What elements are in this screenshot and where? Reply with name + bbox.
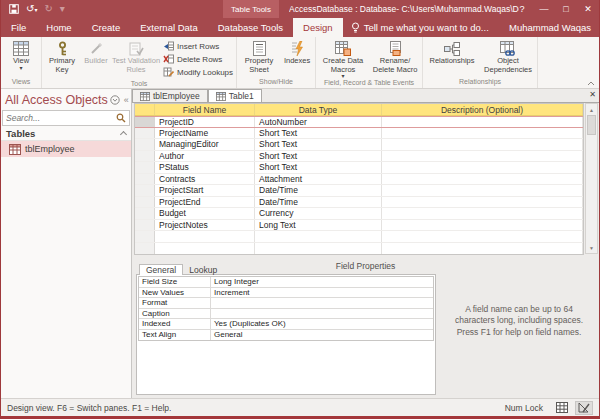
status-text: Design view. F6 = Switch panes. F1 = Hel… [7,403,171,413]
row-selector[interactable] [135,174,155,185]
table-row[interactable]: ProjectNotes Long Text [135,220,583,232]
tab-create[interactable]: Create [82,18,131,37]
property-row[interactable]: Field Size Long Integer [139,277,433,288]
column-header-description[interactable]: Description (Optional) [382,104,583,115]
property-row[interactable]: New Values Increment [139,288,433,299]
row-selector[interactable] [135,231,155,242]
table-row-empty[interactable] [135,243,583,255]
property-row[interactable]: Format [139,298,433,309]
property-row[interactable]: Text Align General [139,330,433,341]
group-label-relationships: Relationships [424,78,536,88]
minimize-button[interactable]: — [533,0,555,18]
insert-rows-button[interactable]: Insert Rows [163,40,233,52]
row-selector[interactable] [135,220,155,231]
relationships-button[interactable]: Relationships [424,38,480,78]
nav-item-tblemployee[interactable]: tblEmployee [1,141,131,157]
doc-tab-tblemployee[interactable]: tblEmployee [132,89,208,102]
ribbon-group-tools: Primary Key Builder Test Validation Rule… [42,37,237,88]
rename-delete-macro-button[interactable]: Rename/ Delete Macro [369,38,421,78]
help-button[interactable]: ? [511,0,533,18]
window-title: AccessDatabase : Database- C:\Users\Muha… [289,0,519,18]
row-selector[interactable] [135,139,155,150]
table-row[interactable]: Contracts Attachment [135,174,583,186]
delete-rows-button[interactable]: Delete Rows [163,53,233,65]
row-selector[interactable] [135,128,155,139]
search-icon[interactable] [116,113,126,123]
datasheet-view-icon[interactable] [553,401,571,415]
vertical-scrollbar[interactable]: ▲ ▼ [585,103,598,254]
table-row-empty[interactable] [135,231,583,243]
tab-database-tools[interactable]: Database Tools [208,18,293,37]
primary-key-button[interactable]: Primary Key [43,38,81,78]
shutter-bar-close-icon[interactable]: « [122,95,131,105]
table-design-grid: Field Name Data Type Description (Option… [134,103,584,255]
table-row[interactable]: ProjectID AutoNumber [135,116,583,128]
table-row[interactable]: ProjectEnd Date/Time [135,197,583,209]
tab-external-data[interactable]: External Data [130,18,208,37]
create-data-macros-button[interactable]: Create Data Macros ▾ [317,38,369,79]
table-row[interactable]: ProjectName Short Text [135,128,583,140]
property-sheet-button[interactable]: Property Sheet [238,38,280,78]
row-selector[interactable] [135,162,155,173]
nav-item-label: tblEmployee [25,144,75,154]
close-document-icon[interactable]: ✕ [589,90,596,99]
table-icon [140,92,150,101]
maximize-button[interactable]: □ [555,0,577,18]
property-sheet-icon [253,40,266,57]
table-row[interactable]: Author Short Text [135,151,583,163]
validation-icon [129,40,144,57]
tab-design[interactable]: Design [293,18,343,37]
ribbon-group-events: Create Data Macros ▾ Rename/ Delete Macr… [316,37,423,88]
row-selector[interactable] [135,117,155,127]
table-row[interactable]: PStatus Short Text [135,162,583,174]
builder-button: Builder [81,38,111,78]
contextual-tab-group: Table Tools [223,0,279,18]
insert-rows-icon [163,41,174,51]
row-selector[interactable] [135,197,155,208]
column-header-field-name[interactable]: Field Name [155,104,255,115]
tab-lookup[interactable]: Lookup [183,264,223,275]
account-name[interactable]: Muhammad Waqas [509,18,599,37]
lightning-icon [290,40,304,57]
macro-icon [388,40,403,57]
table-icon [9,144,21,155]
row-selector[interactable] [135,243,155,255]
design-view-icon[interactable] [575,401,593,415]
nav-group-tables[interactable]: Tables [1,126,131,141]
row-selector[interactable] [135,208,155,219]
qat-customize-icon[interactable]: ▾ [60,4,65,14]
scroll-down-icon[interactable]: ▼ [586,242,597,253]
indexes-button[interactable]: Indexes [280,38,314,78]
tab-general[interactable]: General [139,264,183,275]
scroll-up-icon[interactable]: ▲ [586,104,597,115]
table-row[interactable]: ProjectStart Date/Time [135,185,583,197]
search-input[interactable] [6,113,116,123]
row-selector[interactable] [135,151,155,162]
undo-button[interactable]: ↺▾ [26,4,37,14]
table-row[interactable]: Budget Currency [135,208,583,220]
status-bar: Design view. F6 = Switch panes. F1 = Hel… [1,398,599,416]
chevron-down-icon: ▾ [19,66,22,71]
doc-tab-table1[interactable]: Table1 [208,89,262,102]
scrollbar-thumb[interactable] [587,115,596,135]
group-label-tools: Tools [43,80,235,88]
property-row[interactable]: Caption [139,309,433,320]
tab-file[interactable]: File [1,18,36,37]
modify-lookups-button[interactable]: Modify Lookups [163,66,233,78]
property-row[interactable]: Indexed Yes (Duplicates OK) [139,319,433,330]
view-button[interactable]: View ▾ [2,38,40,78]
field-properties-help-text: A field name can be up to 64 characters … [447,304,591,338]
tell-me-box[interactable]: Tell me what you want to do... [343,18,509,37]
select-all-corner[interactable] [135,104,155,115]
row-selector[interactable] [135,185,155,196]
object-dependencies-button[interactable]: Object Dependencies [480,38,536,78]
table-row[interactable]: ManagingEditor Short Text [135,139,583,151]
nav-menu-icon[interactable] [108,95,122,105]
save-icon[interactable] [9,4,19,14]
close-button[interactable]: ✕ [577,0,599,18]
column-header-data-type[interactable]: Data Type [255,104,382,115]
modify-lookups-icon [163,67,174,77]
tab-home[interactable]: Home [36,18,81,37]
collapse-ribbon-icon[interactable] [587,81,595,86]
document-area: tblEmployee Table1 ✕ Field Name Data Typ… [132,89,599,398]
